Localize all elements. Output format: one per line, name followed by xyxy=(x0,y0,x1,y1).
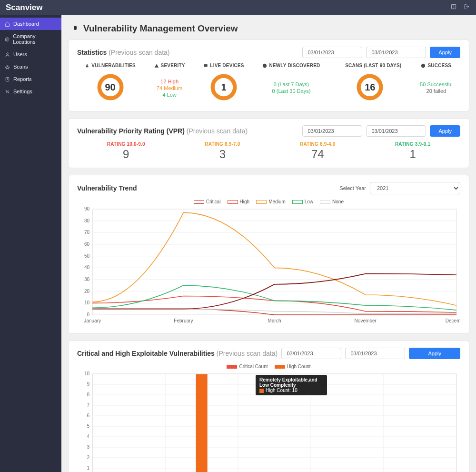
svg-text:5: 5 xyxy=(87,423,90,429)
svg-text:60: 60 xyxy=(84,241,90,247)
svg-point-5 xyxy=(7,65,8,66)
svg-rect-81 xyxy=(196,374,208,472)
trend-card: Vulnerability Trend Select Year 2021 Cri… xyxy=(68,175,469,334)
brand: Scanview xyxy=(6,3,43,12)
nav-label: Scans xyxy=(13,64,28,70)
stat-vulnerabilities: VULNERABILITIES 90 xyxy=(85,63,135,104)
svg-point-24 xyxy=(421,63,425,67)
sidebar: Dashboard Company Locations Users Scans … xyxy=(0,15,61,472)
select-year-label: Select Year xyxy=(339,185,366,191)
sidebar-item-users[interactable]: Users xyxy=(0,48,61,60)
svg-text:9: 9 xyxy=(87,382,90,387)
svg-text:2: 2 xyxy=(87,455,90,460)
svg-text:10: 10 xyxy=(84,300,90,305)
vpr-bucket: RATING 6.9-4.074 xyxy=(300,141,335,161)
svg-text:December: December xyxy=(446,318,460,323)
vpr-date-from[interactable] xyxy=(302,125,362,137)
svg-text:80: 80 xyxy=(84,218,90,223)
stats-apply-button[interactable]: Apply xyxy=(430,47,460,58)
year-select[interactable]: 2021 xyxy=(370,182,460,194)
statistics-card: Statistics (Previous scan data) Apply VU… xyxy=(68,40,469,111)
exploit-legend: Critical Count High Count xyxy=(77,364,460,369)
svg-text:30: 30 xyxy=(84,277,90,282)
svg-point-10 xyxy=(6,90,7,91)
trend-legend: Critical High Medium Low None xyxy=(77,199,460,204)
exploit-chart: Remotely Exploitable,and Low Complexity … xyxy=(77,371,460,472)
stats-date-from[interactable] xyxy=(302,47,362,58)
vpr-title: Vulnerability Priority Rating (VPR) (Pre… xyxy=(77,127,248,135)
svg-point-4 xyxy=(7,52,9,54)
exploit-apply-button[interactable]: Apply xyxy=(409,348,460,359)
stat-newly-discovered: NEWLY DISCOVERED 0 (Last 7 Days) 0 (Last… xyxy=(262,63,320,104)
svg-text:8: 8 xyxy=(87,392,90,397)
statistics-title: Statistics (Previous scan data) xyxy=(77,49,170,56)
trend-title: Vulnerability Trend xyxy=(77,184,137,192)
svg-text:4: 4 xyxy=(87,434,90,439)
svg-text:50: 50 xyxy=(84,253,90,259)
svg-rect-14 xyxy=(204,64,208,67)
vpr-bucket: RATING 3.9-0.11 xyxy=(395,141,430,161)
svg-text:90: 90 xyxy=(84,206,90,211)
svg-rect-0 xyxy=(451,4,456,9)
svg-text:January: January xyxy=(84,318,101,323)
svg-text:0: 0 xyxy=(87,312,90,317)
svg-text:6: 6 xyxy=(87,413,90,418)
vpr-card: Vulnerability Priority Rating (VPR) (Pre… xyxy=(68,118,469,168)
svg-text:40: 40 xyxy=(84,265,90,270)
barcode-icon xyxy=(338,63,343,68)
svg-point-6 xyxy=(6,67,9,69)
sidebar-item-company-locations[interactable]: Company Locations xyxy=(0,30,61,48)
sidebar-item-reports[interactable]: Reports xyxy=(0,73,61,85)
exploit-date-to[interactable] xyxy=(345,348,405,359)
svg-text:7: 7 xyxy=(87,402,90,408)
sidebar-item-settings[interactable]: Settings xyxy=(0,85,61,98)
nav-label: Users xyxy=(13,51,27,57)
bug-icon xyxy=(71,24,79,33)
svg-point-11 xyxy=(8,92,9,93)
vpr-apply-button[interactable]: Apply xyxy=(430,125,460,137)
main: Vulnerability Management Overview Statis… xyxy=(61,15,476,472)
nav-label: Settings xyxy=(13,89,32,94)
svg-rect-3 xyxy=(7,39,8,41)
svg-text:1: 1 xyxy=(87,465,90,471)
topbar-actions xyxy=(450,3,470,11)
page-title: Vulnerability Management Overview xyxy=(71,23,469,34)
sidebar-item-scans[interactable]: Scans xyxy=(0,60,61,73)
trend-chart: 0102030405060708090JanuaryFebruaryMarchN… xyxy=(77,206,460,327)
stat-scans: SCANS (LAST 90 DAYS) 16 xyxy=(338,63,401,104)
chart-tooltip: Remotely Exploitable,and Low Complexity … xyxy=(256,375,327,395)
monitor-icon xyxy=(203,63,208,68)
exploit-title: Critical and High Exploitable Vulnerabil… xyxy=(77,350,278,357)
page-title-text: Vulnerability Management Overview xyxy=(83,23,238,34)
svg-point-17 xyxy=(263,63,267,67)
sidebar-item-dashboard[interactable]: Dashboard xyxy=(0,18,61,30)
info-icon xyxy=(421,63,426,68)
svg-text:10: 10 xyxy=(84,371,90,376)
svg-text:February: February xyxy=(174,318,193,323)
panel-icon[interactable] xyxy=(450,3,457,11)
nav-label: Dashboard xyxy=(13,21,39,27)
nav-label: Company Locations xyxy=(13,33,57,45)
svg-rect-12 xyxy=(86,65,89,67)
stat-severity: SEVERITY 12 High 74 Medium 4 Low xyxy=(154,63,185,104)
svg-text:November: November xyxy=(355,318,377,323)
vpr-bucket: RATING 10.0-9.09 xyxy=(107,141,145,161)
svg-text:3: 3 xyxy=(87,444,90,450)
stat-success: SUCCESS 50 Successful 20 failed xyxy=(420,63,452,104)
warning-icon xyxy=(154,63,159,68)
info-icon xyxy=(262,63,267,68)
stats-date-to[interactable] xyxy=(366,47,426,58)
logout-icon[interactable] xyxy=(464,3,470,11)
vpr-date-to[interactable] xyxy=(366,125,426,137)
svg-text:70: 70 xyxy=(84,230,90,235)
exploit-date-from[interactable] xyxy=(281,348,341,359)
nav-label: Reports xyxy=(13,76,32,82)
lock-icon xyxy=(85,63,89,68)
topbar: Scanview xyxy=(0,0,476,15)
stat-live-devices: LIVE DEVICES 1 xyxy=(203,63,244,104)
svg-text:March: March xyxy=(268,318,281,323)
vpr-bucket: RATING 8.9-7.03 xyxy=(205,141,240,161)
exploit-card: Critical and High Exploitable Vulnerabil… xyxy=(68,341,469,472)
svg-rect-25 xyxy=(92,209,456,315)
svg-text:20: 20 xyxy=(84,289,90,294)
